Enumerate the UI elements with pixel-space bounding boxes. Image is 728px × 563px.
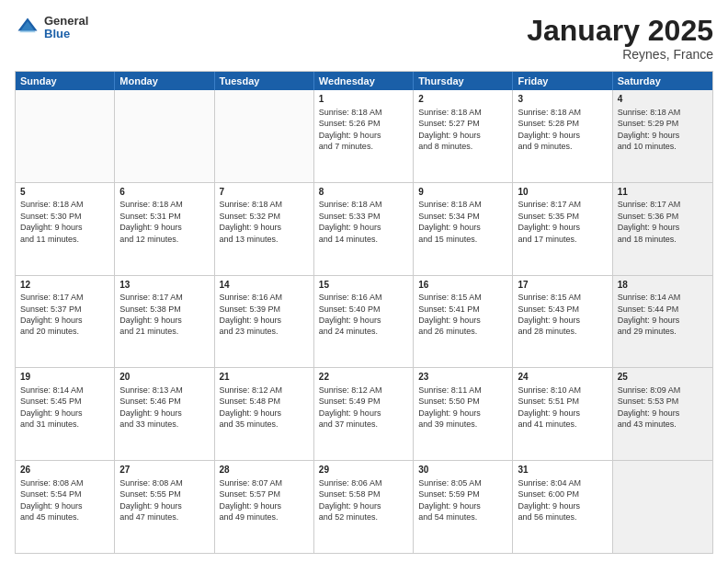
calendar-cell: 28Sunrise: 8:07 AMSunset: 5:57 PMDayligh… [215, 461, 314, 553]
calendar-cell: 1Sunrise: 8:18 AMSunset: 5:26 PMDaylight… [314, 90, 414, 182]
logo-general-text: General [44, 15, 88, 28]
day-number: 21 [220, 371, 309, 384]
day-number: 30 [418, 464, 507, 477]
calendar-row: 12Sunrise: 8:17 AMSunset: 5:37 PMDayligh… [16, 275, 712, 368]
calendar-cell: 29Sunrise: 8:06 AMSunset: 5:58 PMDayligh… [314, 461, 414, 553]
day-number: 8 [319, 186, 408, 199]
calendar-row: 26Sunrise: 8:08 AMSunset: 5:54 PMDayligh… [16, 460, 712, 553]
day-number: 15 [319, 279, 408, 292]
cell-info: Sunrise: 8:18 AMSunset: 5:26 PMDaylight:… [319, 107, 408, 153]
calendar-cell: 30Sunrise: 8:05 AMSunset: 5:59 PMDayligh… [414, 461, 513, 553]
logo-blue-text: Blue [44, 28, 88, 40]
calendar-cell: 6Sunrise: 8:18 AMSunset: 5:31 PMDaylight… [115, 183, 214, 275]
calendar-row: 1Sunrise: 8:18 AMSunset: 5:26 PMDaylight… [16, 90, 712, 182]
calendar-cell: 10Sunrise: 8:17 AMSunset: 5:35 PMDayligh… [513, 183, 612, 275]
cell-info: Sunrise: 8:16 AMSunset: 5:40 PMDaylight:… [319, 292, 408, 338]
month-title: January 2025 [527, 15, 713, 47]
calendar-cell [16, 90, 115, 182]
cell-info: Sunrise: 8:18 AMSunset: 5:31 PMDaylight:… [119, 199, 209, 245]
calendar-cell: 3Sunrise: 8:18 AMSunset: 5:28 PMDaylight… [513, 90, 612, 182]
day-number: 18 [618, 279, 708, 292]
weekday-header: Friday [513, 72, 612, 90]
cell-info: Sunrise: 8:04 AMSunset: 6:00 PMDaylight:… [518, 477, 607, 523]
weekday-header: Saturday [613, 72, 712, 90]
day-number: 5 [20, 186, 109, 199]
day-number: 27 [119, 464, 209, 477]
calendar-body: 1Sunrise: 8:18 AMSunset: 5:26 PMDaylight… [16, 90, 712, 553]
day-number: 6 [119, 186, 209, 199]
day-number: 31 [518, 464, 607, 477]
cell-info: Sunrise: 8:10 AMSunset: 5:51 PMDaylight:… [518, 385, 607, 431]
cell-info: Sunrise: 8:05 AMSunset: 5:59 PMDaylight:… [418, 477, 507, 523]
cell-info: Sunrise: 8:12 AMSunset: 5:49 PMDaylight:… [319, 385, 408, 431]
cell-info: Sunrise: 8:18 AMSunset: 5:29 PMDaylight:… [618, 107, 708, 153]
calendar-cell: 18Sunrise: 8:14 AMSunset: 5:44 PMDayligh… [613, 276, 712, 368]
calendar-cell: 8Sunrise: 8:18 AMSunset: 5:33 PMDaylight… [314, 183, 414, 275]
calendar-cell: 21Sunrise: 8:12 AMSunset: 5:48 PMDayligh… [215, 368, 314, 460]
cell-info: Sunrise: 8:17 AMSunset: 5:35 PMDaylight:… [518, 199, 607, 245]
calendar-cell: 2Sunrise: 8:18 AMSunset: 5:27 PMDaylight… [414, 90, 513, 182]
cell-info: Sunrise: 8:18 AMSunset: 5:33 PMDaylight:… [319, 199, 408, 245]
day-number: 1 [319, 93, 408, 106]
cell-info: Sunrise: 8:18 AMSunset: 5:30 PMDaylight:… [20, 199, 109, 245]
day-number: 24 [518, 371, 607, 384]
calendar-cell: 26Sunrise: 8:08 AMSunset: 5:54 PMDayligh… [16, 461, 115, 553]
cell-info: Sunrise: 8:11 AMSunset: 5:50 PMDaylight:… [418, 385, 507, 431]
calendar-cell: 12Sunrise: 8:17 AMSunset: 5:37 PMDayligh… [16, 276, 115, 368]
weekday-header: Tuesday [215, 72, 314, 90]
day-number: 22 [319, 371, 408, 384]
calendar-cell: 22Sunrise: 8:12 AMSunset: 5:49 PMDayligh… [314, 368, 414, 460]
calendar-cell: 25Sunrise: 8:09 AMSunset: 5:53 PMDayligh… [613, 368, 712, 460]
day-number: 2 [418, 93, 507, 106]
cell-info: Sunrise: 8:15 AMSunset: 5:41 PMDaylight:… [418, 292, 507, 338]
calendar-cell: 27Sunrise: 8:08 AMSunset: 5:55 PMDayligh… [115, 461, 214, 553]
cell-info: Sunrise: 8:12 AMSunset: 5:48 PMDaylight:… [220, 385, 309, 431]
day-number: 3 [518, 93, 607, 106]
calendar-cell: 23Sunrise: 8:11 AMSunset: 5:50 PMDayligh… [414, 368, 513, 460]
calendar-cell: 4Sunrise: 8:18 AMSunset: 5:29 PMDaylight… [613, 90, 712, 182]
day-number: 11 [618, 186, 708, 199]
calendar-cell [215, 90, 314, 182]
cell-info: Sunrise: 8:18 AMSunset: 5:34 PMDaylight:… [418, 199, 507, 245]
cell-info: Sunrise: 8:07 AMSunset: 5:57 PMDaylight:… [220, 477, 309, 523]
calendar-cell: 9Sunrise: 8:18 AMSunset: 5:34 PMDaylight… [414, 183, 513, 275]
calendar-cell: 24Sunrise: 8:10 AMSunset: 5:51 PMDayligh… [513, 368, 612, 460]
cell-info: Sunrise: 8:08 AMSunset: 5:55 PMDaylight:… [119, 477, 209, 523]
cell-info: Sunrise: 8:14 AMSunset: 5:45 PMDaylight:… [20, 385, 109, 431]
day-number: 16 [418, 279, 507, 292]
cell-info: Sunrise: 8:16 AMSunset: 5:39 PMDaylight:… [220, 292, 309, 338]
calendar-cell: 7Sunrise: 8:18 AMSunset: 5:32 PMDaylight… [215, 183, 314, 275]
day-number: 25 [618, 371, 708, 384]
calendar-cell: 14Sunrise: 8:16 AMSunset: 5:39 PMDayligh… [215, 276, 314, 368]
day-number: 12 [20, 279, 109, 292]
calendar-cell: 13Sunrise: 8:17 AMSunset: 5:38 PMDayligh… [115, 276, 214, 368]
calendar-header: SundayMondayTuesdayWednesdayThursdayFrid… [16, 72, 712, 90]
day-number: 7 [220, 186, 309, 199]
day-number: 28 [220, 464, 309, 477]
location: Reynes, France [527, 47, 713, 62]
weekday-header: Wednesday [314, 72, 414, 90]
page: General Blue January 2025 Reynes, France… [0, 0, 728, 563]
calendar-cell: 11Sunrise: 8:17 AMSunset: 5:36 PMDayligh… [613, 183, 712, 275]
cell-info: Sunrise: 8:08 AMSunset: 5:54 PMDaylight:… [20, 477, 109, 523]
day-number: 4 [618, 93, 708, 106]
weekday-header: Monday [115, 72, 214, 90]
calendar-cell: 17Sunrise: 8:15 AMSunset: 5:43 PMDayligh… [513, 276, 612, 368]
cell-info: Sunrise: 8:15 AMSunset: 5:43 PMDaylight:… [518, 292, 607, 338]
weekday-header: Sunday [16, 72, 115, 90]
cell-info: Sunrise: 8:17 AMSunset: 5:38 PMDaylight:… [119, 292, 209, 338]
logo: General Blue [15, 15, 88, 41]
calendar-cell: 15Sunrise: 8:16 AMSunset: 5:40 PMDayligh… [314, 276, 414, 368]
cell-info: Sunrise: 8:17 AMSunset: 5:36 PMDaylight:… [618, 199, 708, 245]
cell-info: Sunrise: 8:14 AMSunset: 5:44 PMDaylight:… [618, 292, 708, 338]
logo-text: General Blue [44, 15, 88, 41]
weekday-header: Thursday [414, 72, 513, 90]
cell-info: Sunrise: 8:18 AMSunset: 5:28 PMDaylight:… [518, 107, 607, 153]
day-number: 13 [119, 279, 209, 292]
calendar-cell: 5Sunrise: 8:18 AMSunset: 5:30 PMDaylight… [16, 183, 115, 275]
calendar-row: 19Sunrise: 8:14 AMSunset: 5:45 PMDayligh… [16, 367, 712, 460]
calendar-cell: 19Sunrise: 8:14 AMSunset: 5:45 PMDayligh… [16, 368, 115, 460]
cell-info: Sunrise: 8:17 AMSunset: 5:37 PMDaylight:… [20, 292, 109, 338]
day-number: 17 [518, 279, 607, 292]
day-number: 19 [20, 371, 109, 384]
